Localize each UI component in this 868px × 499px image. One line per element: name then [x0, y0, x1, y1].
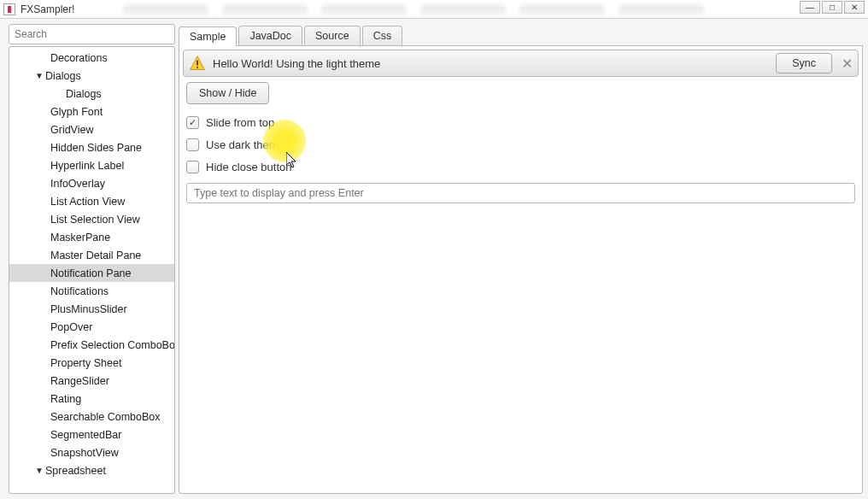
tree-item-label: GridView [50, 124, 93, 136]
notification-text: Hello World! Using the light theme [213, 57, 769, 70]
tree-item-hidden-sides-pane[interactable]: Hidden Sides Pane [9, 138, 174, 156]
tree-item-label: Hyperlink Label [50, 160, 124, 172]
checkbox-row-slide-from-top: Slide from top [186, 111, 855, 133]
tree-item-spreadsheet[interactable]: ▼Spreadsheet [9, 461, 174, 479]
tree-item-label: Dialogs [66, 88, 102, 100]
checkbox-label: Slide from top [206, 116, 274, 129]
tree-item-label: List Action View [50, 196, 125, 208]
checkbox[interactable] [186, 116, 199, 129]
tree-item-notifications[interactable]: Notifications [9, 282, 174, 300]
tree-item-label: Notifications [50, 285, 108, 297]
checkbox[interactable] [186, 138, 199, 151]
search-wrap [9, 24, 175, 44]
tree-item-label: Master Detail Pane [50, 250, 141, 261]
text-input-row [186, 183, 855, 203]
tree-item-dialogs[interactable]: ▼Dialogs [9, 67, 174, 85]
tree-item-snapshotview[interactable]: SnapshotView [9, 443, 174, 461]
titlebar: FXSampler! — □ ✕ [0, 0, 868, 19]
maximize-button[interactable]: □ [822, 1, 842, 14]
sync-button[interactable]: Sync [776, 53, 832, 73]
tree-item-list-action-view[interactable]: List Action View [9, 192, 174, 210]
notification-text-input[interactable] [186, 183, 855, 203]
tree-item-label: SnapshotView [50, 447, 119, 459]
search-input[interactable] [9, 25, 174, 44]
tree-item-label: Glyph Font [50, 106, 103, 118]
tab-sample[interactable]: Sample [179, 26, 237, 46]
tree-item-glyph-font[interactable]: Glyph Font [9, 103, 174, 120]
close-notification-icon[interactable]: ✕ [839, 56, 854, 72]
main-content: Decorations▼DialogsDialogsGlyph FontGrid… [0, 19, 868, 499]
tree-item-label: InfoOverlay [50, 178, 105, 190]
tree-item-popover[interactable]: PopOver [9, 318, 174, 336]
close-window-button[interactable]: ✕ [844, 1, 865, 14]
tree-item-hyperlink-label[interactable]: Hyperlink Label [9, 156, 174, 174]
svg-rect-1 [196, 61, 198, 66]
checkbox-label: Use dark theme [206, 138, 284, 151]
sample-panel: Hello World! Using the light theme Sync … [179, 46, 863, 494]
tree-item-dialogs[interactable]: Dialogs [9, 85, 174, 103]
minimize-button[interactable]: — [800, 1, 820, 14]
tab-css[interactable]: Css [362, 26, 403, 45]
sidebar: Decorations▼DialogsDialogsGlyph FontGrid… [9, 24, 175, 494]
tree-item-gridview[interactable]: GridView [9, 120, 174, 138]
tree-item-decorations[interactable]: Decorations [9, 49, 174, 67]
tree-container: Decorations▼DialogsDialogsGlyph FontGrid… [9, 46, 175, 494]
background-tabs-blur [116, 0, 783, 19]
tab-javadoc[interactable]: JavaDoc [238, 26, 302, 45]
tree-view[interactable]: Decorations▼DialogsDialogsGlyph FontGrid… [9, 47, 174, 493]
tree-item-searchable-combobox[interactable]: Searchable ComboBox [9, 408, 174, 426]
tree-item-label: Property Sheet [50, 357, 121, 369]
tree-item-list-selection-view[interactable]: List Selection View [9, 210, 174, 228]
tree-item-label: Decorations [50, 52, 108, 64]
tree-item-label: Prefix Selection ComboBox [50, 339, 174, 351]
tree-item-plusminusslider[interactable]: PlusMinusSlider [9, 300, 174, 318]
tree-item-label: Notification Pane [50, 267, 132, 279]
tree-item-label: PlusMinusSlider [50, 303, 127, 315]
tree-item-label: MaskerPane [50, 232, 110, 244]
tree-item-rating[interactable]: Rating [9, 390, 174, 408]
tree-item-rangeslider[interactable]: RangeSlider [9, 372, 174, 390]
tree-item-maskerpane[interactable]: MaskerPane [9, 228, 174, 246]
disclosure-icon[interactable]: ▼ [35, 71, 44, 80]
checkbox-row-use-dark-theme: Use dark theme [186, 133, 855, 156]
checkbox-row-hide-close-button: Hide close button [186, 156, 855, 178]
app-icon [3, 3, 15, 15]
tree-item-label: Hidden Sides Pane [50, 142, 142, 154]
tree-item-notification-pane[interactable]: Notification Pane [9, 264, 174, 282]
tree-item-master-detail-pane[interactable]: Master Detail Pane [9, 246, 174, 264]
tree-item-label: Spreadsheet [45, 465, 106, 477]
tree-item-label: SegmentedBar [50, 429, 121, 441]
tree-item-label: Dialogs [45, 70, 81, 82]
warning-icon [189, 55, 206, 72]
controls-group: Show / Hide Slide from topUse dark theme… [179, 82, 862, 178]
tab-strip: SampleJavaDocSourceCss [179, 24, 863, 46]
window-buttons: — □ ✕ [800, 1, 865, 14]
tree-item-label: List Selection View [50, 214, 140, 226]
tree-item-property-sheet[interactable]: Property Sheet [9, 354, 174, 372]
tab-source[interactable]: Source [304, 26, 361, 45]
content-area: SampleJavaDocSourceCss Hello World! Usin… [179, 24, 863, 494]
checkbox-label: Hide close button [206, 161, 291, 173]
tree-item-segmentedbar[interactable]: SegmentedBar [9, 426, 174, 443]
checkbox[interactable] [186, 161, 199, 173]
tree-item-infooverlay[interactable]: InfoOverlay [9, 174, 174, 192]
show-hide-button[interactable]: Show / Hide [186, 82, 269, 104]
tree-item-label: Searchable ComboBox [50, 411, 161, 423]
window-title: FXSampler! [21, 3, 74, 15]
svg-rect-2 [196, 67, 198, 68]
tree-item-prefix-selection-combobox[interactable]: Prefix Selection ComboBox [9, 336, 174, 354]
tree-item-label: Rating [50, 393, 81, 405]
tree-item-label: PopOver [50, 321, 92, 333]
notification-bar: Hello World! Using the light theme Sync … [183, 50, 859, 77]
disclosure-icon[interactable]: ▼ [35, 466, 44, 475]
tree-item-label: RangeSlider [50, 375, 109, 387]
